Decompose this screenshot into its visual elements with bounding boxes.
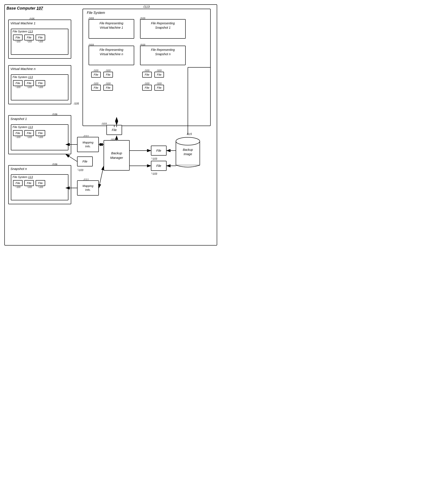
snap1-fs-ref: 113 (28, 125, 33, 129)
snapn-fs-ref: 113 (28, 175, 33, 179)
file-vmn-r2-1: File (91, 85, 101, 91)
file-vmn-r1-2: File (103, 72, 113, 78)
file-rep-vm1-label: File RepresentingVirtual Machine 1 (89, 19, 134, 32)
mapping-infon-ref: /111 (84, 178, 89, 181)
file-rep-snapshot1-box: File RepresentingSnapshot 1 (140, 19, 186, 39)
file-rep-vm1-box: File RepresentingVirtual Machine 1 (89, 19, 134, 39)
file-rep-snapshot1-ref: /103 (140, 17, 145, 20)
backup-image-ref: /115 (187, 133, 192, 136)
snap1-inner-fs: File System 113 File └103 File └103 File… (11, 124, 68, 150)
file-snapn-r2-1: File (142, 85, 152, 91)
mapping-infon-box: MappingInfo. (77, 180, 99, 196)
ref-103-snap1: 103 (141, 17, 145, 20)
snapn-file-3: File (36, 180, 45, 186)
snapn-file-1: File (13, 180, 23, 186)
backup-manager-ref: /101 (111, 138, 116, 141)
vmn-file-2: File (24, 80, 34, 86)
filesystem-label-text: File System (87, 11, 105, 15)
backup-file1-label: File (156, 149, 161, 152)
vm1-title: Virtual Machine 1 (9, 20, 71, 25)
backup-file2-ref: └103 (151, 172, 157, 175)
snap1-fs-label: File System 113 (11, 125, 68, 129)
snapn-box: Snapshot n File System 113 File └103 Fil… (8, 165, 71, 204)
snapn-file-2: File (24, 180, 34, 186)
backup-file1-ref: └103 (151, 157, 157, 160)
mapping-file1-box: File (77, 156, 93, 167)
backup-file2-label: File (156, 164, 161, 167)
vm1-box: Virtual Machine 1 File System 113 File └… (8, 19, 71, 59)
snap1-file-1: File (13, 130, 23, 136)
ref-103-snapn: 103 (141, 43, 145, 47)
snapn-title: Snapshot n (9, 166, 71, 171)
snap1-file-row: File └103 File └103 File └103 (11, 129, 68, 139)
filesystem-ref-top: /113 (143, 5, 150, 8)
snapn-ref: /109 (52, 163, 57, 166)
vmn-title: Virtual Machine n (9, 66, 71, 71)
snapn-inner-fs: File System 113 File └103 File └103 File… (11, 174, 68, 200)
snap1-title: Snapshot 1 (9, 116, 71, 121)
vmn-inner-fs: File System 113 File └103 File └103 File… (11, 74, 68, 100)
snap1-box: Snapshot 1 File System 113 File └103 Fil… (8, 115, 71, 154)
mapping-info1-label: MappingInfo. (82, 141, 93, 149)
center-file-box: File (106, 125, 122, 135)
vm1-ref: /105 (29, 17, 34, 20)
file-rep-snapshotn-ref: /103 (140, 43, 145, 47)
file-rep-vmn-ref: /103 (89, 43, 94, 47)
ref-103-vm1: 103 (89, 17, 94, 20)
snap1-file-2: File (24, 130, 34, 136)
snapn-fs-label: File System 113 (11, 175, 68, 179)
mapping-file1-label: File (82, 160, 88, 163)
inner-files-snapn-row1: /103 File /103 File (142, 69, 164, 78)
file-rep-snapshotn-label: File RepresentingSnapshot n (141, 46, 185, 58)
center-file-ref: /103 (102, 122, 107, 125)
inner-files-snapn-row2: /103 File /103 File (142, 82, 164, 91)
mapping-infon-label: MappingInfo. (82, 184, 93, 192)
mapping-info1-box: MappingInfo. (77, 137, 99, 152)
inner-files-vmn-row2: /103 File /103 File (91, 82, 113, 91)
file-rep-vm1-ref: /103 (89, 17, 94, 20)
vmn-box: Virtual Machine n File System 113 File └… (8, 65, 71, 104)
file-vmn-r1-1: File (91, 72, 101, 78)
vmn-file-3: File (36, 80, 45, 86)
file-vmn-r2-2: File (103, 85, 113, 91)
backup-manager-label: BackupManager (110, 151, 123, 160)
backup-image-label: BackupImage (177, 148, 199, 156)
vm1-inner-fs: File System 113 File └103 File └103 File… (11, 29, 68, 55)
file-rep-vmn-box: File RepresentingVirtual Machine n (89, 46, 134, 65)
center-file-label: File (112, 128, 117, 132)
file-snapn-r1-2: File (154, 72, 164, 78)
filesystem-ref-label: 113 (144, 5, 150, 8)
snapn-file-row: File └103 File └103 File └103 (11, 179, 68, 189)
backup-manager-box: BackupManager (104, 140, 130, 171)
vmn-fs-ref: 113 (28, 75, 33, 79)
file-rep-vmn-label: File RepresentingVirtual Machine n (89, 46, 134, 58)
vm1-file-3: File (36, 34, 45, 40)
file-rep-snapshotn-box: File RepresentingSnapshot n (140, 46, 186, 65)
filesystem-outer-label: File System (87, 11, 105, 15)
mapping-file1-ref: └103 (77, 169, 83, 172)
mapping-info1-ref: /111 (84, 135, 89, 138)
backup-image-cylinder: BackupImage (174, 135, 202, 170)
ref-103-vmn: 103 (89, 43, 94, 47)
snap1-file-3: File (36, 130, 45, 136)
file-snapn-r1-1: File (142, 72, 152, 78)
svg-point-1 (176, 137, 200, 145)
vm1-file-2: File (24, 34, 34, 40)
vmn-fs-label: File System 113 (11, 75, 68, 79)
vm1-fs-ref: 113 (28, 30, 33, 33)
vm1-fs-label: File System 113 (11, 29, 68, 34)
vmn-file-row: File └103 File └103 File └103 (11, 79, 68, 89)
file-rep-snapshot1-label: File RepresentingSnapshot 1 (141, 19, 185, 32)
vmn-file-1: File (13, 80, 23, 86)
vm1-file-row: File └103 File └103 File └103 (11, 34, 68, 44)
vmn-ref: /105 (74, 102, 79, 105)
base-computer-label: Base Computer 107 (6, 6, 43, 11)
base-computer-ref: 107 (36, 6, 43, 10)
backup-file1-box: File (151, 146, 167, 156)
backup-file2-box: File (151, 161, 167, 171)
snap1-ref: /109 (52, 113, 57, 116)
inner-files-vmn-row1: /103 File /103 File (91, 69, 113, 78)
vm1-file-1: File (13, 34, 23, 40)
diagram: Base Computer 107 /113 File System File … (0, 0, 224, 250)
file-snapn-r2-2: File (154, 85, 164, 91)
